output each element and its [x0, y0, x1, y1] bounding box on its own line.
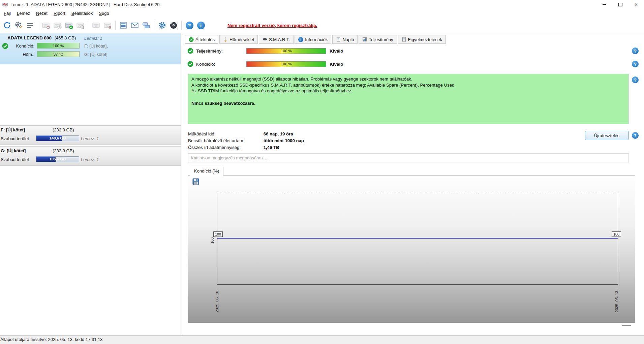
tab-label: Információk	[305, 37, 328, 42]
app-window: Lemez: 1, ADATA LEGEND 800 [2N442L2GGDNP…	[0, 0, 644, 344]
disk-list-item[interactable]: ADATA LEGEND 800 (465,8 GB) Lemez: 1 Kon…	[0, 33, 181, 64]
status-line: A kondíciót a következő SSD-specifikus S…	[191, 82, 625, 88]
performance-row: Teljesítmény: 100 % Kiváló	[187, 47, 343, 55]
window-title: Lemez: 1, ADATA LEGEND 800 [2N442L2GGDNP…	[10, 2, 159, 7]
titlebar: Lemez: 1, ADATA LEGEND 800 [2N442L2GGDNP…	[0, 0, 644, 9]
tab-label: Teljesítmény	[369, 37, 393, 42]
condition-label: Kondíció:	[9, 43, 34, 49]
status-line: A mozgó alkatrész nélküli meghajtó (SSD)…	[191, 76, 625, 82]
disk-search-icon[interactable]	[75, 20, 85, 30]
toolbar: ? i Nem regisztrált verzió, kérem regisz…	[0, 18, 644, 33]
network-disks-icon[interactable]	[141, 20, 151, 30]
mail-icon[interactable]	[130, 20, 140, 30]
toolbar-separator	[115, 21, 116, 30]
tab-label: S.M.A.R.T.	[269, 37, 290, 42]
x-axis-label-left: 2025. 05. 10.	[215, 290, 219, 312]
help-icon[interactable]: ?	[184, 20, 194, 30]
comment-input[interactable]	[188, 153, 629, 162]
maximize-button[interactable]	[612, 0, 628, 9]
maximize-icon	[618, 3, 622, 6]
settings-gear-icon[interactable]	[157, 20, 167, 30]
volume-f-label: F: [Új kötet],	[84, 43, 108, 49]
stat-value: több mint 1000 nap	[264, 138, 304, 143]
status-action-line: Nincs szükség beavatkozásra.	[191, 100, 625, 106]
main-panel: Áttekintés Hőmérséklet S.M.A.R.T. i	[181, 33, 644, 335]
condition-label: Kondíció:	[196, 62, 246, 67]
toolbar-separator	[38, 21, 38, 30]
tab-teljesitmeny[interactable]: Teljesítmény	[359, 35, 397, 44]
close-button[interactable]: ×	[628, 0, 644, 9]
condition-bar: 100 %	[246, 61, 326, 67]
help-icon-retest[interactable]: ?	[632, 132, 639, 139]
check-circle-icon	[187, 61, 193, 67]
disk-status-check-icon	[2, 43, 8, 49]
chart-tabrow: Kondíció (%)	[188, 167, 635, 176]
status-text-box: A mozgó alkatrész nélküli meghajtó (SSD)…	[188, 74, 628, 124]
information-icon[interactable]: i	[196, 20, 206, 30]
tab-naplo[interactable]: Napló	[332, 35, 358, 44]
value-label-left: 100	[213, 231, 223, 237]
partition-name: G: [Új kötet]	[1, 148, 26, 153]
disk-surface-icon[interactable]	[102, 20, 113, 30]
condition-bar: 100 %	[37, 43, 80, 49]
tab-homerseklet[interactable]: Hőmérséklet	[219, 35, 258, 44]
free-space-label: Szabad terület	[1, 157, 29, 162]
help-icon-status[interactable]: ?	[632, 76, 639, 83]
performance-value: 100 %	[247, 49, 326, 54]
chart-area: 100 100 100 2025. 05. 10. 2025. 05. 13.	[188, 176, 635, 323]
hardware-monitor-icon[interactable]	[118, 20, 128, 30]
menubar: Fájl Lemez Nézet Riport Beállítások Súgó	[0, 9, 644, 18]
partition-size: (232,9 GB)	[53, 148, 74, 153]
disc-icon[interactable]	[168, 20, 179, 30]
tab-label: Figyelmeztetések	[408, 37, 442, 42]
window-controls: ×	[596, 0, 644, 9]
disk-offline-icon[interactable]	[91, 20, 101, 30]
content: ADATA LEGEND 800 (465,8 GB) Lemez: 1 Kon…	[0, 33, 644, 335]
scrollbar-handle[interactable]	[622, 325, 631, 326]
disk-silence-icon[interactable]	[41, 20, 51, 30]
partition-name: F: [Új kötet]	[1, 127, 25, 132]
y-axis-label: 100	[210, 238, 214, 244]
condition-rating: Kiváló	[330, 62, 343, 67]
thermometer-icon	[223, 37, 228, 42]
condition-value: 100 %	[247, 62, 326, 67]
tab-figyelmeztetesek[interactable]: Figyelmeztetések	[398, 35, 446, 44]
help-icon-performance[interactable]: ?	[632, 48, 639, 54]
minimize-icon	[603, 4, 606, 5]
tab-informaciok[interactable]: i Információk	[295, 35, 331, 44]
analyse-gear-icon[interactable]	[13, 20, 24, 30]
refresh-icon[interactable]	[2, 20, 12, 30]
menu-nezet[interactable]: Nézet	[33, 10, 51, 17]
tab-attekintes[interactable]: Áttekintés	[185, 35, 218, 44]
disk-test-icon[interactable]	[64, 20, 74, 30]
stat-value: 66 nap, 19 óra	[264, 131, 293, 136]
condition-value: 100 %	[53, 44, 64, 48]
menu-beallitasok[interactable]: Beállítások	[68, 10, 96, 17]
partition-list-item-g[interactable]: G: [Új kötet] (232,9 GB) Szabad terület …	[0, 146, 181, 166]
disk-clock-icon[interactable]	[52, 20, 62, 30]
menu-riport[interactable]: Riport	[51, 10, 68, 17]
free-space-bar: 140,6 GB	[36, 135, 79, 141]
chart-tab-kondicio[interactable]: Kondíció (%)	[190, 167, 223, 176]
report-icon[interactable]	[25, 20, 35, 30]
stat-label: Működési idő:	[188, 131, 262, 136]
retest-button[interactable]: Újratesztelés	[585, 131, 628, 140]
menu-fajl[interactable]: Fájl	[1, 10, 14, 17]
disk-name: ADATA LEGEND 800	[7, 35, 52, 40]
partition-size: (232,9 GB)	[53, 127, 74, 132]
tab-label: Napló	[342, 37, 354, 42]
performance-bar: 100 %	[246, 48, 326, 54]
help-icon-condition[interactable]: ?	[632, 61, 639, 67]
menu-lemez[interactable]: Lemez	[14, 10, 33, 17]
menu-sugo[interactable]: Súgó	[96, 10, 112, 17]
save-chart-icon[interactable]	[192, 178, 200, 185]
partition-list-item-f[interactable]: F: [Új kötet] (232,9 GB) Szabad terület …	[0, 125, 181, 145]
tab-label: Áttekintés	[195, 37, 215, 42]
document-icon	[402, 37, 406, 42]
stat-estimated-lifetime: Becsült hátralévő élettartam: több mint …	[188, 138, 304, 143]
register-link[interactable]: Nem regisztrált verzió, kérem regisztrál…	[227, 23, 317, 28]
minimize-button[interactable]	[596, 0, 612, 9]
question-mark-icon: ?	[186, 22, 193, 29]
tab-smart[interactable]: S.M.A.R.T.	[259, 35, 294, 44]
performance-label: Teljesítmény:	[196, 49, 246, 54]
